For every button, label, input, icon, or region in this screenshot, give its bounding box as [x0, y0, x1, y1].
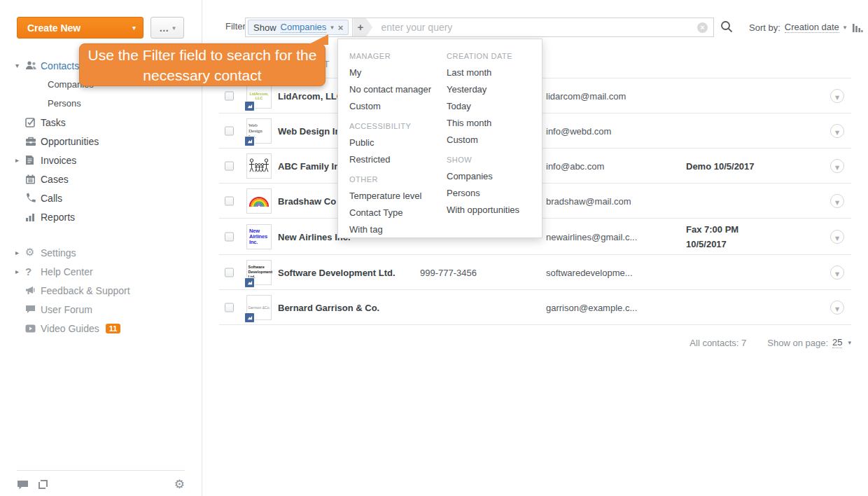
contact-email: lidarcom@mail.com: [546, 90, 626, 101]
row-actions-button[interactable]: ▼: [830, 194, 844, 208]
menu-item-restricted[interactable]: Restricted: [349, 151, 447, 168]
sidebar-item-video-guides[interactable]: Video Guides 11: [0, 319, 202, 338]
menu-item-this-month[interactable]: This month: [447, 115, 542, 132]
more-actions-button[interactable]: … ▾: [150, 17, 184, 39]
menu-section-title: CREATION DATE: [447, 48, 542, 64]
bar-chart-icon: [25, 212, 39, 221]
sidebar-item-opportunities[interactable]: Opportunities: [0, 132, 202, 151]
filter-menu-column-2: CREATION DATE Last month Yesterday Today…: [447, 48, 542, 237]
sort-direction-icon[interactable]: [853, 23, 863, 32]
sidebar-item-tasks[interactable]: Tasks: [0, 113, 202, 132]
company-logo: [246, 188, 272, 214]
sidebar-item-label: Invoices: [41, 155, 76, 166]
sidebar-item-label: Feedback & Support: [41, 285, 130, 296]
row-actions-button[interactable]: ▼: [830, 124, 844, 138]
clear-query-icon[interactable]: ×: [697, 22, 708, 33]
sidebar-item-settings[interactable]: ▸ ⚙ Settings: [0, 243, 202, 262]
crm-source-badge-icon: [244, 101, 255, 111]
chevron-down-icon[interactable]: ▾: [844, 24, 847, 31]
row-checkbox[interactable]: [225, 232, 234, 241]
menu-item-my[interactable]: My: [349, 64, 447, 81]
menu-item-no-contact-manager[interactable]: No contact manager: [349, 81, 447, 98]
contact-email: garrison@example.c...: [546, 302, 637, 312]
company-logo: [246, 153, 272, 179]
filter-chip-show-companies[interactable]: Show Companies ▾ ×: [248, 20, 349, 35]
menu-item-public[interactable]: Public: [349, 135, 447, 151]
chevron-right-icon[interactable]: ▸: [15, 156, 25, 164]
contact-next-activity: Fax 7:00 PM 10/5/2017: [686, 222, 738, 252]
row-actions-button[interactable]: ▼: [830, 89, 844, 103]
row-actions-button[interactable]: ▼: [830, 301, 844, 315]
create-new-button[interactable]: Create New ▾: [17, 17, 144, 39]
gear-icon[interactable]: ⚙: [174, 478, 185, 490]
expand-icon[interactable]: [38, 480, 48, 489]
chat-button[interactable]: [17, 480, 29, 490]
sidebar-footer: ⚙: [17, 470, 185, 490]
menu-item-today[interactable]: Today: [447, 98, 542, 115]
table-row[interactable]: Software Development Ltd. Software Devel…: [219, 255, 851, 290]
sidebar-item-reports[interactable]: Reports: [0, 207, 202, 226]
menu-section-title: ACCESSIBILITY: [349, 118, 447, 135]
menu-item-with-opportunities[interactable]: With opportunities: [447, 202, 542, 219]
menu-section-title: SHOW: [447, 151, 542, 168]
company-logo: New Airlines Inc.: [246, 224, 272, 249]
menu-item-companies[interactable]: Companies: [447, 168, 542, 185]
sidebar-nav: ▾ Contacts Companies Persons Tasks: [0, 56, 202, 338]
sidebar-item-label: Cases: [41, 174, 69, 185]
table-row[interactable]: Garrison &Co. Bernard Garrison & Co. gar…: [219, 290, 851, 325]
menu-section-title: OTHER: [349, 171, 447, 188]
page-size-value[interactable]: 25: [832, 337, 842, 348]
row-checkbox[interactable]: [225, 126, 234, 135]
menu-item-with-tag[interactable]: With tag: [349, 221, 447, 238]
chevron-down-icon[interactable]: ▾: [330, 24, 334, 31]
sidebar-item-invoices[interactable]: ▸ Invoices: [0, 151, 202, 170]
menu-item-persons[interactable]: Persons: [447, 185, 542, 202]
menu-item-custom-date[interactable]: Custom: [447, 132, 542, 149]
sort-value[interactable]: Creation date: [785, 22, 839, 33]
chevron-right-icon[interactable]: ▸: [15, 249, 25, 256]
row-actions-button[interactable]: ▼: [830, 230, 844, 244]
sidebar-item-label: Tasks: [41, 117, 66, 128]
briefcase-icon: [25, 137, 39, 146]
gear-icon: ⚙: [25, 247, 39, 258]
menu-item-yesterday[interactable]: Yesterday: [447, 81, 542, 98]
chevron-right-icon[interactable]: ▸: [15, 268, 25, 275]
sidebar-item-help-center[interactable]: ▸ ? Help Center: [0, 262, 202, 281]
menu-section-title: MANAGER: [349, 48, 447, 64]
row-checkbox[interactable]: [225, 161, 234, 170]
row-checkbox[interactable]: [225, 268, 234, 277]
sort-label: Sort by:: [749, 22, 780, 33]
row-checkbox[interactable]: [225, 303, 234, 312]
chevron-down-icon[interactable]: ▾: [848, 339, 851, 346]
sidebar-item-label: Reports: [41, 212, 75, 223]
sidebar-item-persons[interactable]: Persons: [0, 94, 202, 113]
coachmark-text: Use the Filter field to search for the n…: [80, 45, 325, 85]
add-filter-button[interactable]: +: [352, 18, 372, 36]
filter-input[interactable]: Show Companies ▾ × + ×: [245, 18, 714, 37]
row-checkbox[interactable]: [225, 196, 234, 205]
sidebar-item-label: User Forum: [41, 304, 92, 315]
menu-item-temperature-level[interactable]: Temperature level: [349, 188, 447, 205]
sidebar-item-feedback-support[interactable]: Feedback & Support: [0, 281, 202, 300]
contact-email: info@abc.com: [546, 160, 604, 171]
sidebar-item-calls[interactable]: Calls: [0, 188, 202, 207]
tasks-icon: [25, 117, 39, 128]
menu-item-custom-manager[interactable]: Custom: [349, 98, 447, 115]
contact-name: Bradshaw Co: [278, 195, 336, 206]
sidebar-item-label: Video Guides: [41, 323, 99, 334]
contact-name: LidArcom, LLC: [278, 90, 343, 101]
sidebar-item-label: Help Center: [41, 266, 93, 277]
search-icon[interactable]: [720, 20, 733, 36]
filter-query-input[interactable]: [372, 22, 697, 33]
sidebar-item-user-forum[interactable]: User Forum: [0, 300, 202, 319]
chip-value[interactable]: Companies: [281, 22, 327, 33]
menu-item-contact-type[interactable]: Contact Type: [349, 205, 447, 221]
crm-contacts-page: Create New ▾ … ▾ ▾ Contacts Companies Pe…: [0, 0, 868, 496]
menu-item-last-month[interactable]: Last month: [447, 64, 542, 81]
row-checkbox[interactable]: [225, 91, 234, 100]
chip-remove-icon[interactable]: ×: [338, 23, 344, 32]
sidebar-item-cases[interactable]: Cases: [0, 170, 202, 188]
chevron-down-icon[interactable]: ▾: [15, 62, 25, 69]
row-actions-button[interactable]: ▼: [830, 266, 844, 280]
row-actions-button[interactable]: ▼: [830, 159, 844, 173]
